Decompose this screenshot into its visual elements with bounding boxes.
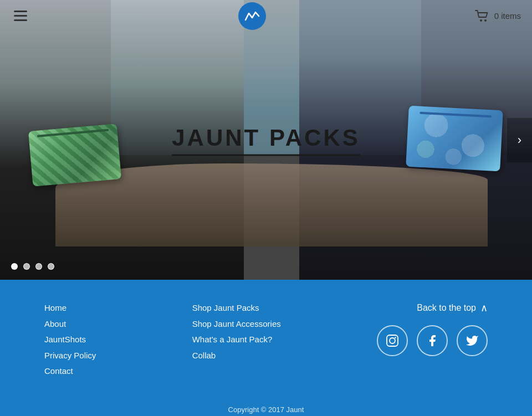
- logo-icon: [244, 8, 260, 24]
- instagram-button[interactable]: [377, 325, 408, 356]
- footer-privacy-link[interactable]: Privacy Policy: [44, 350, 96, 362]
- slide-dot-1[interactable]: [11, 263, 18, 270]
- facebook-button[interactable]: [417, 325, 448, 356]
- footer-whats-jaunt-link[interactable]: What's a Jaunt Pack?: [192, 333, 281, 346]
- site-header: 0 items: [0, 0, 532, 32]
- pack-left-zipper: [37, 129, 109, 137]
- footer-collab-link[interactable]: Collab: [192, 350, 281, 362]
- hero-title: JAUNT PACKS: [172, 124, 360, 156]
- footer-columns: Home About JauntShots Privacy Policy Con…: [44, 302, 488, 378]
- next-arrow-icon: ›: [518, 133, 521, 147]
- twitter-button[interactable]: [457, 325, 488, 356]
- next-slide-button[interactable]: ›: [507, 118, 532, 162]
- footer-right-col: Back to the top ∧: [377, 302, 488, 378]
- hero-text-block: JAUNT PACKS: [172, 124, 360, 156]
- slide-dot-2[interactable]: [23, 263, 30, 270]
- copyright-text: Copyright © 2017 Jaunt: [44, 400, 488, 414]
- cart-button[interactable]: 0 items: [474, 10, 521, 22]
- footer-jauntshots-link[interactable]: JauntShots: [44, 333, 96, 346]
- footer-contact-link[interactable]: Contact: [44, 365, 96, 378]
- fanny-pack-left: [28, 124, 121, 187]
- pack-right-zipper: [420, 112, 492, 118]
- footer-shop-accessories-link[interactable]: Shop Jaunt Accessories: [192, 318, 281, 331]
- hero-slider: JAUNT PACKS ›: [0, 0, 532, 280]
- site-footer: Home About JauntShots Privacy Policy Con…: [0, 280, 532, 416]
- slide-dot-4[interactable]: [48, 263, 54, 270]
- svg-rect-2: [387, 335, 398, 346]
- svg-point-0: [480, 19, 482, 22]
- svg-point-3: [390, 338, 395, 343]
- svg-point-1: [484, 19, 487, 22]
- svg-point-4: [395, 337, 396, 338]
- hamburger-line: [14, 11, 27, 12]
- cart-count: 0 items: [494, 11, 521, 20]
- chevron-up-icon: ∧: [480, 302, 488, 314]
- slide-dot-3[interactable]: [35, 263, 42, 270]
- footer-shop-packs-link[interactable]: Shop Jaunt Packs: [192, 302, 281, 315]
- hamburger-line: [14, 15, 27, 17]
- cart-icon: [474, 10, 490, 22]
- hamburger-line: [14, 19, 27, 21]
- fanny-pack-right: [406, 106, 503, 172]
- back-to-top-button[interactable]: Back to the top ∧: [417, 302, 488, 314]
- social-icons-group: [377, 325, 488, 356]
- footer-col-1: Home About JauntShots Privacy Policy Con…: [44, 302, 96, 378]
- footer-home-link[interactable]: Home: [44, 302, 96, 315]
- logo-button[interactable]: [238, 2, 266, 30]
- footer-col-2: Shop Jaunt Packs Shop Jaunt Accessories …: [192, 302, 281, 378]
- back-to-top-label: Back to the top: [417, 303, 476, 313]
- hamburger-button[interactable]: [11, 8, 30, 24]
- slide-dots: [11, 263, 54, 270]
- footer-about-link[interactable]: About: [44, 318, 96, 331]
